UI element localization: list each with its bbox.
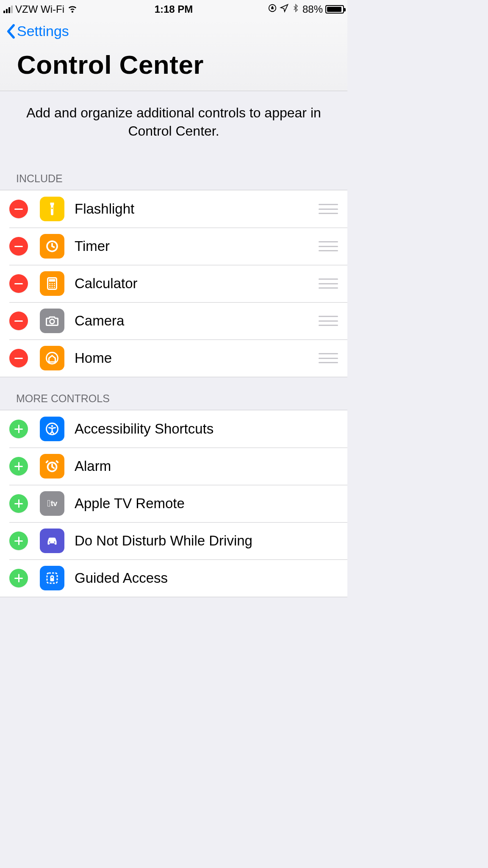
more-list: Accessibility Shortcuts Alarm tv Apple … <box>0 410 347 597</box>
item-label: Do Not Disturb While Driving <box>75 533 338 549</box>
reorder-handle[interactable] <box>319 353 338 363</box>
svg-point-12 <box>52 287 53 288</box>
svg-point-19 <box>49 542 50 543</box>
list-item: Camera <box>0 302 347 339</box>
svg-point-9 <box>52 285 53 286</box>
item-label: Flashlight <box>75 201 319 217</box>
remove-button[interactable] <box>9 312 28 330</box>
timer-icon <box>40 234 64 259</box>
add-button[interactable] <box>9 420 28 438</box>
back-button[interactable]: Settings <box>6 23 69 47</box>
add-button[interactable] <box>9 569 28 587</box>
svg-rect-4 <box>49 279 55 282</box>
reorder-handle[interactable] <box>319 316 338 326</box>
item-label: Home <box>75 350 319 366</box>
svg-point-6 <box>52 283 53 284</box>
list-item: tv Apple TV Remote <box>0 485 347 522</box>
list-item: Timer <box>0 228 347 265</box>
add-button[interactable] <box>9 457 28 476</box>
svg-point-14 <box>50 320 55 324</box>
remove-button[interactable] <box>9 349 28 367</box>
svg-point-20 <box>54 542 55 543</box>
page-title: Control Center <box>6 47 341 91</box>
remove-button[interactable] <box>9 200 28 218</box>
item-label: Calculator <box>75 275 319 292</box>
car-icon <box>40 529 64 553</box>
list-item: Flashlight <box>0 190 347 228</box>
item-label: Guided Access <box>75 570 338 586</box>
appletv-icon: tv <box>40 491 64 516</box>
svg-point-11 <box>49 287 50 288</box>
item-label: Accessibility Shortcuts <box>75 421 338 437</box>
lock-dashed-icon <box>40 566 64 590</box>
accessibility-icon <box>40 417 64 441</box>
signal-strength-icon <box>3 6 13 13</box>
chevron-left-icon <box>6 24 15 39</box>
nav-header: Settings Control Center <box>0 19 347 91</box>
svg-rect-22 <box>50 578 54 581</box>
svg-point-5 <box>49 283 50 284</box>
list-item: Guided Access <box>0 559 347 597</box>
flashlight-icon <box>40 197 64 221</box>
list-item: Alarm <box>0 448 347 485</box>
alarm-icon <box>40 454 64 479</box>
back-label: Settings <box>17 23 69 39</box>
list-item: Home <box>0 339 347 377</box>
calculator-icon <box>40 271 64 296</box>
location-icon <box>280 3 289 15</box>
svg-point-8 <box>49 285 50 286</box>
carrier-label: VZW Wi-Fi <box>15 3 64 15</box>
item-label: Apple TV Remote <box>75 495 338 512</box>
svg-point-7 <box>54 283 55 284</box>
add-button[interactable] <box>9 531 28 550</box>
item-label: Camera <box>75 313 319 329</box>
wifi-icon <box>67 3 78 16</box>
svg-point-17 <box>51 425 53 427</box>
section-header-include: INCLUDE <box>0 157 347 190</box>
section-header-more: MORE CONTROLS <box>0 377 347 410</box>
page-description: Add and organize additional controls to … <box>0 91 347 157</box>
battery-percentage: 88% <box>302 3 323 15</box>
include-list: Flashlight Timer Calculator Camera Home <box>0 190 347 377</box>
remove-button[interactable] <box>9 274 28 293</box>
remove-button[interactable] <box>9 237 28 256</box>
add-button[interactable] <box>9 494 28 513</box>
svg-point-13 <box>54 287 55 288</box>
home-icon <box>40 346 64 370</box>
clock: 1:18 PM <box>155 3 193 15</box>
camera-icon <box>40 309 64 333</box>
status-bar: VZW Wi-Fi 1:18 PM 88% <box>0 0 347 19</box>
list-item: Do Not Disturb While Driving <box>0 522 347 559</box>
battery-icon <box>325 5 344 14</box>
bluetooth-icon <box>291 3 300 16</box>
reorder-handle[interactable] <box>319 204 338 214</box>
item-label: Timer <box>75 238 319 254</box>
reorder-handle[interactable] <box>319 241 338 251</box>
list-item: Calculator <box>0 265 347 302</box>
item-label: Alarm <box>75 458 338 474</box>
svg-point-10 <box>54 285 55 286</box>
list-item: Accessibility Shortcuts <box>0 410 347 448</box>
reorder-handle[interactable] <box>319 278 338 289</box>
svg-point-1 <box>51 208 53 209</box>
orientation-lock-icon <box>268 3 277 15</box>
